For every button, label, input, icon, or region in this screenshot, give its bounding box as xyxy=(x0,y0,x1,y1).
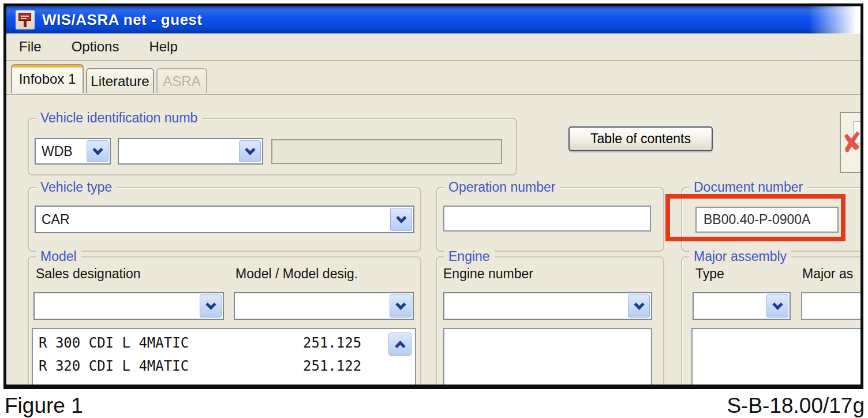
vin-group-label: Vehicle identification numb xyxy=(36,110,202,126)
document-red-x-icon: ✘ xyxy=(839,128,863,158)
chevron-up-icon xyxy=(395,341,405,351)
major-assembly-number-label: Major as xyxy=(802,266,853,282)
application-window: WIS/ASRA net - guest File Options Help I… xyxy=(3,3,863,389)
model-listbox[interactable]: R 300 CDI L 4MATIC 251.125 R 320 CDI L 4… xyxy=(32,328,416,389)
titlebar-fade xyxy=(809,6,860,33)
engine-number-label: Engine number xyxy=(443,266,533,282)
vehicle-type-combobox[interactable]: CAR xyxy=(35,206,414,233)
chevron-down-icon[interactable] xyxy=(87,140,108,162)
major-assembly-type-combobox[interactable] xyxy=(693,292,791,320)
chevron-down-icon[interactable] xyxy=(766,294,788,318)
figure-caption: Figure 1 xyxy=(5,394,83,418)
model-desig-label: Model / Model desig. xyxy=(235,266,358,282)
chevron-down-icon[interactable] xyxy=(390,294,411,318)
tab-infobox-1[interactable]: Infobox 1 xyxy=(11,64,84,93)
vin-wmi-combobox[interactable]: WDB xyxy=(35,138,111,165)
vin-result-field xyxy=(271,139,502,164)
table-row[interactable]: R 320 CDI L 4MATIC 251.122 xyxy=(33,356,415,379)
major-assembly-listbox[interactable] xyxy=(691,328,863,389)
wis-sign-icon xyxy=(16,10,35,29)
document-number-label: Document number xyxy=(689,180,807,195)
engine-listbox[interactable] xyxy=(443,328,652,389)
vehicle-type-value: CAR xyxy=(42,212,70,227)
vehicle-type-label: Vehicle type xyxy=(36,180,117,195)
tab-strip: Infobox 1 Literature ASRA xyxy=(6,62,860,93)
operation-number-field[interactable] xyxy=(443,206,651,232)
chevron-down-icon[interactable] xyxy=(628,294,650,318)
model-name-cell: R 300 CDI L 4MATIC xyxy=(39,335,189,351)
menu-options[interactable]: Options xyxy=(68,38,123,56)
model-code-cell: 251.125 xyxy=(303,335,361,351)
red-highlight-annotation xyxy=(665,194,845,241)
chevron-down-icon[interactable] xyxy=(200,294,222,318)
major-assembly-group-label: Major assembly xyxy=(689,249,791,264)
operation-number-label: Operation number xyxy=(444,180,560,195)
chevron-down-icon[interactable] xyxy=(390,208,412,231)
chevron-down-icon[interactable] xyxy=(239,140,261,162)
sales-designation-combobox[interactable] xyxy=(33,292,224,320)
menu-help[interactable]: Help xyxy=(145,38,181,56)
model-group-label: Model xyxy=(36,249,81,264)
model-code-cell: 251.122 xyxy=(303,358,361,374)
menu-file[interactable]: File xyxy=(16,38,45,56)
engine-number-combobox[interactable] xyxy=(443,292,652,320)
engine-group-label: Engine xyxy=(444,249,495,264)
menu-bar: File Options Help xyxy=(6,33,860,61)
title-bar[interactable]: WIS/ASRA net - guest xyxy=(6,6,860,33)
tab-literature[interactable]: Literature xyxy=(86,68,154,93)
model-name-cell: R 320 CDI L 4MATIC xyxy=(39,358,189,374)
sales-designation-label: Sales designation xyxy=(36,266,141,282)
window-title: WIS/ASRA net - guest xyxy=(42,11,203,29)
table-of-contents-button[interactable]: Table of contents xyxy=(568,126,713,151)
table-row[interactable]: R 300 CDI L 4MATIC 251.125 xyxy=(33,333,415,356)
major-assembly-type-label: Type xyxy=(695,266,724,282)
clear-document-button[interactable]: ✘ xyxy=(840,112,863,173)
vin-serial-combobox[interactable] xyxy=(118,138,263,165)
scroll-up-button[interactable] xyxy=(388,333,411,356)
major-assembly-number-field[interactable] xyxy=(801,292,863,320)
tab-asra: ASRA xyxy=(156,68,207,93)
model-desig-combobox[interactable] xyxy=(234,292,414,320)
infobox-panel: Vehicle identification numb WDB Table of… xyxy=(6,94,860,389)
document-reference: S-B-18.00/17g xyxy=(727,394,865,418)
vin-wmi-value: WDB xyxy=(42,144,73,159)
